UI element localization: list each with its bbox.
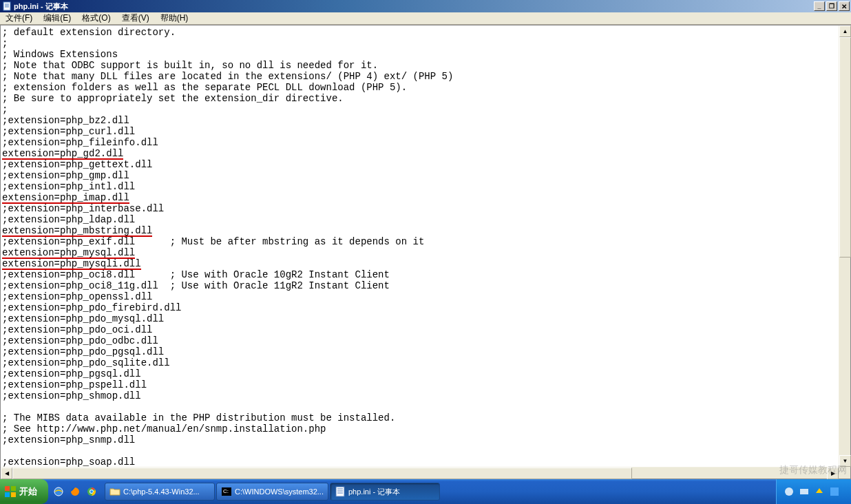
start-button[interactable]: 开始 bbox=[0, 479, 48, 504]
quick-launch bbox=[48, 484, 102, 499]
text-line[interactable]: ;extension=php_oci8.dll ; Use with Oracl… bbox=[2, 269, 837, 280]
scroll-right-button[interactable]: ▶ bbox=[827, 468, 839, 479]
text-line[interactable]: ;extension=php_ldap.dll bbox=[2, 214, 837, 225]
text-line[interactable]: ; Windows Extensions bbox=[2, 49, 837, 60]
text-line[interactable]: ;extension=php_pdo_sqlite.dll bbox=[2, 357, 837, 368]
text-line[interactable]: ; bbox=[2, 38, 837, 49]
text-line[interactable]: ;extension=php_soap.dll bbox=[2, 456, 837, 467]
taskbar: 开始 C:\php-5.4.43-Win32...C:C:\WINDOWS\sy… bbox=[0, 479, 851, 504]
text-line[interactable]: extension=php_mysqli.dll bbox=[2, 258, 837, 269]
text-line[interactable]: ;extension=php_pdo_odbc.dll bbox=[2, 335, 837, 346]
windows-logo-icon bbox=[4, 485, 17, 498]
text-line[interactable]: ; extension folders as well as the separ… bbox=[2, 82, 837, 93]
taskbar-task[interactable]: C:\php-5.4.43-Win32... bbox=[105, 483, 215, 501]
text-line[interactable]: ;extension=php_pdo_oci.dll bbox=[2, 324, 837, 335]
titlebar: php.ini - 记事本 _ ❐ ✕ bbox=[0, 0, 851, 12]
menu-format[interactable]: 格式(O) bbox=[76, 12, 116, 24]
text-content[interactable]: ; default extension directory.;; Windows… bbox=[1, 25, 839, 467]
text-line[interactable]: ; Note that many DLL files are located i… bbox=[2, 71, 837, 82]
text-line[interactable]: ; Be sure to appropriately set the exten… bbox=[2, 93, 837, 104]
text-line[interactable]: ;extension=php_shmop.dll bbox=[2, 390, 837, 401]
ie-icon[interactable] bbox=[51, 484, 66, 499]
tray-icon[interactable] bbox=[829, 486, 840, 497]
start-label: 开始 bbox=[19, 485, 37, 498]
taskbar-task[interactable]: php.ini - 记事本 bbox=[330, 483, 440, 501]
text-line[interactable]: ; The MIBS data available in the PHP dis… bbox=[2, 412, 837, 423]
text-line[interactable]: ;extension=php_fileinfo.dll bbox=[2, 137, 837, 148]
svg-rect-0 bbox=[3, 2, 10, 10]
text-line[interactable]: extension=php_imap.dll bbox=[2, 192, 837, 203]
svg-rect-20 bbox=[800, 489, 808, 494]
minimize-button[interactable]: _ bbox=[814, 1, 825, 11]
tray-icon[interactable] bbox=[799, 486, 810, 497]
text-line[interactable]: ; Note that ODBC support is built in, so… bbox=[2, 60, 837, 71]
scroll-down-button[interactable]: ▼ bbox=[839, 455, 851, 467]
notepad-icon bbox=[2, 1, 12, 11]
text-line[interactable]: ;extension=php_exif.dll ; Must be after … bbox=[2, 236, 837, 247]
svg-rect-4 bbox=[5, 486, 10, 491]
menu-help[interactable]: 帮助(H) bbox=[155, 12, 194, 24]
text-line[interactable]: ;extension=php_gmp.dll bbox=[2, 170, 837, 181]
text-line[interactable]: extension=php_mysql.dll bbox=[2, 247, 837, 258]
firefox-icon[interactable] bbox=[67, 484, 83, 499]
text-line[interactable]: extension=php_mbstring.dll bbox=[2, 225, 837, 236]
text-line[interactable]: ;extension=php_interbase.dll bbox=[2, 203, 837, 214]
scroll-left-button[interactable]: ◀ bbox=[1, 468, 12, 479]
text-line[interactable]: ;extension=php_pdo_pgsql.dll bbox=[2, 346, 837, 357]
text-line[interactable]: ;extension=php_curl.dll bbox=[2, 126, 837, 137]
window-title: php.ini - 记事本 bbox=[14, 1, 812, 12]
svg-rect-22 bbox=[830, 487, 839, 496]
vertical-scrollbar[interactable]: ▲ ▼ bbox=[839, 25, 850, 467]
horizontal-scrollbar[interactable]: ◀ ▶ bbox=[1, 467, 839, 479]
text-line[interactable]: ; default extension directory. bbox=[2, 27, 837, 38]
close-button[interactable]: ✕ bbox=[839, 1, 850, 11]
tray-icon[interactable] bbox=[814, 486, 825, 497]
horizontal-scroll-thumb[interactable] bbox=[12, 468, 632, 479]
svg-text:C:: C: bbox=[223, 488, 229, 494]
scroll-up-button[interactable]: ▲ bbox=[839, 25, 851, 37]
system-tray[interactable] bbox=[776, 479, 851, 504]
svg-marker-21 bbox=[816, 488, 823, 493]
svg-point-12 bbox=[90, 490, 93, 493]
menu-view[interactable]: 查看(V) bbox=[116, 12, 155, 24]
vertical-scroll-thumb[interactable] bbox=[839, 37, 851, 258]
menubar: 文件(F) 编辑(E) 格式(O) 查看(V) 帮助(H) bbox=[0, 12, 851, 25]
svg-rect-7 bbox=[11, 492, 16, 497]
svg-rect-5 bbox=[11, 486, 16, 491]
text-line[interactable]: ;extension=php_intl.dll bbox=[2, 181, 837, 192]
text-line[interactable]: ;extension=php_oci8_11g.dll ; Use with O… bbox=[2, 280, 837, 291]
svg-rect-6 bbox=[5, 492, 10, 497]
text-line[interactable] bbox=[2, 401, 837, 412]
svg-point-19 bbox=[785, 487, 793, 496]
window-buttons: _ ❐ ✕ bbox=[812, 1, 850, 11]
text-line[interactable]: ;extension=php_pdo_mysql.dll bbox=[2, 313, 837, 324]
text-line[interactable]: ;extension=php_snmp.dll bbox=[2, 434, 837, 445]
text-line[interactable]: ;extension=php_pgsql.dll bbox=[2, 368, 837, 379]
text-line[interactable]: ;extension=php_openssl.dll bbox=[2, 291, 837, 302]
text-line[interactable] bbox=[2, 445, 837, 456]
svg-rect-15 bbox=[336, 487, 344, 496]
menu-file[interactable]: 文件(F) bbox=[0, 12, 38, 24]
taskbar-task[interactable]: C:C:\WINDOWS\system32... bbox=[216, 483, 328, 501]
tray-icon[interactable] bbox=[784, 486, 795, 497]
scroll-corner bbox=[839, 467, 850, 479]
taskbar-tasks: C:\php-5.4.43-Win32...C:C:\WINDOWS\syste… bbox=[102, 483, 776, 501]
text-line[interactable]: ;extension=php_pdo_firebird.dll bbox=[2, 302, 837, 313]
text-line[interactable]: ;extension=php_bz2.dll bbox=[2, 115, 837, 126]
editor-area: ; default extension directory.;; Windows… bbox=[0, 25, 851, 479]
text-line[interactable]: ;extension=php_gettext.dll bbox=[2, 159, 837, 170]
text-line[interactable]: ;extension=php_pspell.dll bbox=[2, 379, 837, 390]
chrome-icon[interactable] bbox=[84, 484, 99, 499]
text-line[interactable]: ; See http://www.php.net/manual/en/snmp.… bbox=[2, 423, 837, 434]
menu-edit[interactable]: 编辑(E) bbox=[38, 12, 76, 24]
text-line[interactable]: ; bbox=[2, 104, 837, 115]
restore-button[interactable]: ❐ bbox=[826, 1, 837, 11]
text-line[interactable]: extension=php_gd2.dll bbox=[2, 148, 837, 159]
